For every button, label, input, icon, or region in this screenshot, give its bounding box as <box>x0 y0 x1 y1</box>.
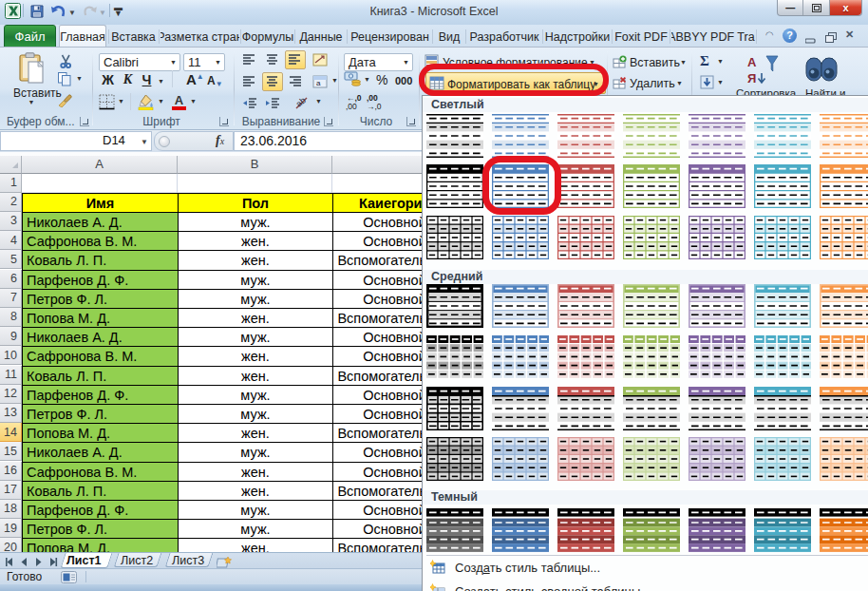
svg-text:ab: ab <box>294 96 308 109</box>
svg-text:Я: Я <box>747 71 756 86</box>
svg-text:→,0: →,0 <box>367 102 382 111</box>
svg-text:a: a <box>316 79 321 87</box>
svg-text:,00: ,00 <box>346 102 357 111</box>
svg-text:А: А <box>747 55 757 69</box>
